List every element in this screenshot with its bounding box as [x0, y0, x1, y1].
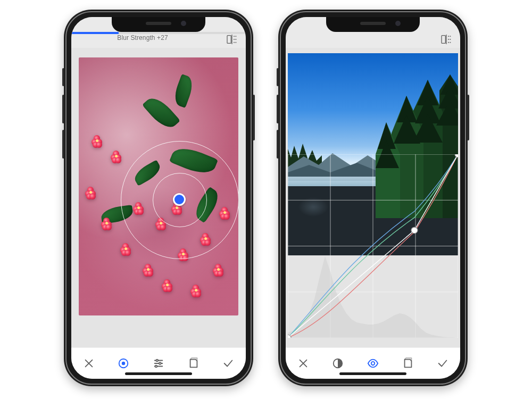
tool-label: Blur Strength +27 [71, 34, 214, 41]
svg-point-18 [448, 36, 449, 37]
svg-point-21 [450, 39, 451, 40]
svg-point-22 [448, 42, 449, 43]
svg-rect-0 [227, 36, 231, 44]
editor-canvas[interactable] [286, 48, 460, 347]
svg-point-5 [236, 39, 236, 40]
svg-point-19 [450, 36, 451, 37]
curve-handle-mid[interactable] [411, 227, 418, 234]
home-indicator [125, 372, 192, 375]
svg-point-2 [234, 36, 235, 37]
home-indicator [339, 372, 406, 375]
compare-icon[interactable] [227, 35, 237, 44]
curves-panel[interactable] [288, 154, 458, 338]
phone-right [278, 10, 468, 386]
blur-center-handle[interactable] [173, 193, 186, 206]
editor-canvas[interactable] [71, 48, 246, 347]
svg-point-4 [234, 39, 235, 40]
apply-button[interactable] [216, 351, 240, 376]
device-notch [112, 17, 205, 32]
svg-point-7 [236, 42, 236, 43]
curve-handle-highlights[interactable] [455, 154, 458, 157]
svg-point-9 [122, 362, 125, 365]
svg-point-11 [156, 360, 158, 362]
apply-button[interactable] [430, 351, 455, 376]
svg-point-23 [450, 42, 451, 43]
curves-chart[interactable] [288, 154, 458, 338]
svg-point-13 [159, 362, 161, 364]
svg-point-15 [155, 365, 157, 368]
svg-point-3 [236, 36, 236, 37]
svg-point-20 [448, 39, 449, 40]
svg-rect-16 [442, 36, 445, 44]
svg-point-6 [234, 42, 235, 43]
device-notch [326, 17, 420, 32]
phone-left: Blur Strength +27 [64, 10, 253, 386]
compare-icon[interactable] [441, 35, 452, 44]
photo-preview [79, 57, 238, 315]
cancel-button[interactable] [77, 351, 101, 376]
svg-point-46 [371, 362, 375, 365]
cancel-button[interactable] [291, 351, 315, 376]
